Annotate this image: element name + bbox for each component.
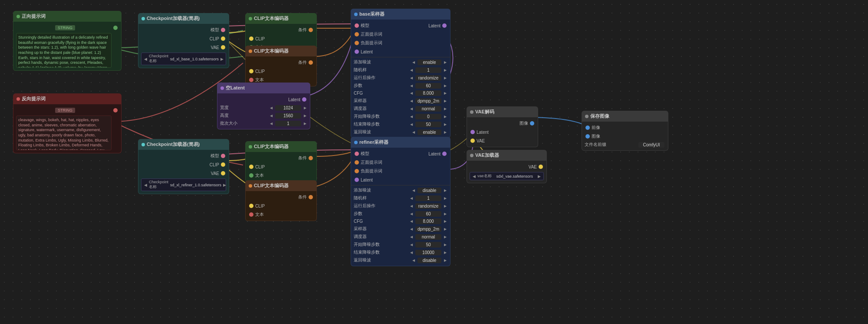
base-sampler-latent-out-port[interactable] xyxy=(442,23,447,28)
empty-latent-width-right[interactable]: ▶ xyxy=(303,106,307,110)
base-sampler-steps-right[interactable]: ▶ xyxy=(443,84,447,88)
refiner-sampler-scheduler-right[interactable]: ▶ xyxy=(443,235,447,239)
base-sampler-pos-in-port[interactable] xyxy=(355,32,359,36)
empty-latent-batch-left[interactable]: ◀ xyxy=(269,122,273,126)
empty-latent-batch-right[interactable]: ▶ xyxy=(303,122,307,126)
base-sampler-sampler-right[interactable]: ▶ xyxy=(443,99,447,103)
refiner-sampler-return-left[interactable]: ◀ xyxy=(411,258,416,262)
base-sampler-noise-right[interactable]: ▶ xyxy=(443,60,447,64)
save-image-preview-port[interactable] xyxy=(585,126,590,130)
empty-latent-out-port[interactable] xyxy=(302,97,306,102)
checkpoint2-model-port[interactable] xyxy=(221,154,225,158)
refiner-sampler-end-right[interactable]: ▶ xyxy=(443,251,447,255)
refiner-sampler-steps-left[interactable]: ◀ xyxy=(409,212,414,216)
refiner-sampler-seed-right[interactable]: ▶ xyxy=(443,196,447,200)
checkpoint2-vae-label: VAE xyxy=(211,171,219,176)
base-sampler-neg-in-port[interactable] xyxy=(355,41,359,45)
negative-prompt-out-port[interactable] xyxy=(113,108,118,112)
base-sampler-return-right[interactable]: ▶ xyxy=(443,130,447,134)
clip-encoder1-cond-port[interactable] xyxy=(309,28,313,32)
checkpoint1-model-port[interactable] xyxy=(221,28,225,32)
vae-decoder-image-out-port[interactable] xyxy=(530,121,534,126)
save-image-image-in-port[interactable] xyxy=(585,134,590,139)
vae-loader-arrow-right[interactable]: ▶ xyxy=(538,174,541,179)
empty-latent-height-left[interactable]: ◀ xyxy=(269,114,273,118)
clip-encoder4-clip-in-port[interactable] xyxy=(249,204,253,208)
refiner-sampler-action-right[interactable]: ▶ xyxy=(443,204,447,208)
positive-prompt-text[interactable]: Stunningly detailed illustration of a de… xyxy=(16,33,112,68)
positive-prompt-out-port[interactable] xyxy=(113,26,118,30)
clip-encoder1-clip-in-port[interactable] xyxy=(249,36,253,41)
vae-loader-arrow-left[interactable]: ◀ xyxy=(473,174,476,179)
refiner-sampler-sampler-left[interactable]: ◀ xyxy=(409,227,414,231)
base-sampler-cfg-left[interactable]: ◀ xyxy=(409,91,414,95)
clip-encoder2-cond-port[interactable] xyxy=(309,60,313,65)
vae-decoder-latent-in-port[interactable] xyxy=(470,130,475,134)
refiner-sampler-return-right[interactable]: ▶ xyxy=(443,258,447,262)
negative-prompt-text[interactable]: cleavage, wings, bokeh, hat, hat, nipple… xyxy=(16,116,112,150)
base-sampler-scheduler-left[interactable]: ◀ xyxy=(409,107,414,111)
empty-latent-batch-label: 批次大小 xyxy=(220,120,268,126)
base-sampler-end-right[interactable]: ▶ xyxy=(443,122,447,126)
base-sampler-start-right[interactable]: ▶ xyxy=(443,115,447,119)
checkpoint1-dot xyxy=(141,17,145,20)
base-sampler-model-in-port[interactable] xyxy=(355,23,359,28)
refiner-sampler-seed-left[interactable]: ◀ xyxy=(409,196,414,200)
refiner-sampler-noise-left[interactable]: ◀ xyxy=(411,188,416,192)
base-sampler-seed-left[interactable]: ◀ xyxy=(409,68,414,72)
empty-latent-width-left[interactable]: ◀ xyxy=(269,106,273,110)
refiner-sampler-sampler-right[interactable]: ▶ xyxy=(443,227,447,231)
vae-decoder-vae-in-port[interactable] xyxy=(470,139,475,143)
checkpoint2-arrow-left[interactable]: ◀ xyxy=(144,183,147,187)
base-sampler-action-right[interactable]: ▶ xyxy=(443,76,447,80)
base-sampler-steps-left[interactable]: ◀ xyxy=(409,84,414,88)
clip-encoder4-text-in-port[interactable] xyxy=(249,212,253,217)
vae-loader-vae-out-port[interactable] xyxy=(539,165,543,169)
base-sampler-noise-left[interactable]: ◀ xyxy=(411,60,416,64)
base-sampler-scheduler-right[interactable]: ▶ xyxy=(443,107,447,111)
clip-encoder3-text-in-port[interactable] xyxy=(249,173,253,178)
base-sampler-end-left[interactable]: ◀ xyxy=(409,122,414,126)
checkpoint2-clip-port[interactable] xyxy=(221,162,225,167)
base-sampler-action-left[interactable]: ◀ xyxy=(409,76,414,80)
base-sampler-end-value: 50 xyxy=(415,122,441,127)
refiner-sampler-action-left[interactable]: ◀ xyxy=(409,204,414,208)
checkpoint2-arrow-right[interactable]: ▶ xyxy=(223,183,226,187)
refiner-sampler-noise-right[interactable]: ▶ xyxy=(443,188,447,192)
refiner-sampler-steps-right[interactable]: ▶ xyxy=(443,212,447,216)
clip-encoder3-clip-in-port[interactable] xyxy=(249,165,253,169)
clip-encoder2-text-in-port[interactable] xyxy=(249,78,253,82)
refiner-sampler-pos-in-port[interactable] xyxy=(355,160,359,165)
base-sampler-dot xyxy=(354,13,358,16)
vae-loader-dot xyxy=(470,154,473,157)
base-sampler-return-left[interactable]: ◀ xyxy=(411,130,416,134)
empty-latent-height-right[interactable]: ▶ xyxy=(303,114,307,118)
refiner-sampler-scheduler-left[interactable]: ◀ xyxy=(409,235,414,239)
checkpoint2-vae-port[interactable] xyxy=(221,171,225,175)
base-sampler-body: 模型 Latent 正面提示词 负面提示词 Latent 添加噪波 ◀ enab… xyxy=(351,20,450,138)
refiner-sampler-start-right[interactable]: ▶ xyxy=(443,243,447,247)
clip-encoder1-clip-row: CLIP xyxy=(246,34,316,43)
base-sampler-sampler-left[interactable]: ◀ xyxy=(409,99,414,103)
refiner-sampler-model-in-port[interactable] xyxy=(355,152,359,156)
refiner-sampler-neg-in-port[interactable] xyxy=(355,169,359,173)
checkpoint1-arrow-left[interactable]: ◀ xyxy=(144,57,147,61)
clip-encoder3-cond-port[interactable] xyxy=(309,156,313,160)
base-sampler-latent-in-port[interactable] xyxy=(355,50,359,54)
base-sampler-start-left[interactable]: ◀ xyxy=(409,115,414,119)
save-image-filename-value[interactable]: ComfyUI xyxy=(638,142,664,148)
clip-encoder4-cond-port[interactable] xyxy=(309,195,313,199)
refiner-sampler-start-left[interactable]: ◀ xyxy=(409,243,414,247)
refiner-sampler-cfg-right[interactable]: ▶ xyxy=(443,219,447,223)
base-sampler-cfg-right[interactable]: ▶ xyxy=(443,91,447,95)
positive-prompt-body: STRING Stunningly detailed illustration … xyxy=(13,22,122,71)
base-sampler-seed-right[interactable]: ▶ xyxy=(443,68,447,72)
checkpoint1-vae-port[interactable] xyxy=(221,45,225,50)
refiner-sampler-latent-in-port[interactable] xyxy=(355,178,359,182)
refiner-sampler-latent-out-port[interactable] xyxy=(442,152,447,156)
refiner-sampler-cfg-left[interactable]: ◀ xyxy=(409,219,414,223)
checkpoint1-clip-port[interactable] xyxy=(221,36,225,41)
refiner-sampler-end-left[interactable]: ◀ xyxy=(409,251,414,255)
clip-encoder2-clip-in-port[interactable] xyxy=(249,69,253,73)
checkpoint1-arrow-right[interactable]: ▶ xyxy=(220,57,224,61)
